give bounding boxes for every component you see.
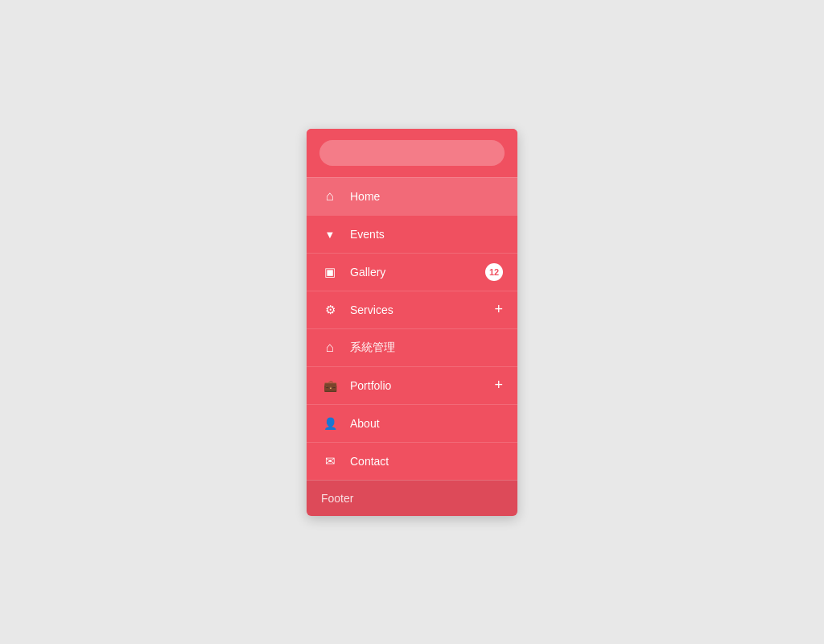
portfolio-expand-icon[interactable]: + <box>494 377 503 394</box>
nav-item-events[interactable]: Events <box>307 215 517 253</box>
gallery-icon <box>321 265 339 279</box>
nav-label-portfolio: Portfolio <box>350 379 494 392</box>
nav-item-contact[interactable]: Contact <box>307 442 517 480</box>
nav-item-services[interactable]: Services + <box>307 291 517 328</box>
footer-label: Footer <box>321 492 353 505</box>
menu-container: Home Events Gallery 12 Services + 系統管理 P… <box>307 129 517 516</box>
main-nav: Home Events Gallery 12 Services + 系統管理 P… <box>307 177 517 480</box>
nav-item-home[interactable]: Home <box>307 177 517 215</box>
nav-item-system[interactable]: 系統管理 <box>307 328 517 366</box>
search-input[interactable] <box>319 140 505 166</box>
search-bar-wrapper <box>307 129 517 177</box>
home-icon <box>321 188 339 204</box>
footer-section: Footer <box>307 480 517 516</box>
about-icon <box>321 416 339 431</box>
nav-item-gallery[interactable]: Gallery 12 <box>307 253 517 291</box>
nav-label-gallery: Gallery <box>350 266 485 279</box>
nav-label-system: 系統管理 <box>350 341 503 355</box>
services-expand-icon[interactable]: + <box>494 301 503 318</box>
nav-item-portfolio[interactable]: Portfolio + <box>307 366 517 404</box>
gallery-badge: 12 <box>485 263 503 281</box>
portfolio-icon <box>321 378 339 393</box>
contact-icon <box>321 454 339 469</box>
nav-label-home: Home <box>350 190 503 203</box>
nav-item-about[interactable]: About <box>307 404 517 442</box>
nav-label-services: Services <box>350 303 494 316</box>
services-icon <box>321 303 339 317</box>
nav-label-events: Events <box>350 228 503 241</box>
system-icon <box>321 340 339 356</box>
events-icon <box>321 227 339 242</box>
nav-label-about: About <box>350 417 503 430</box>
nav-label-contact: Contact <box>350 455 503 468</box>
